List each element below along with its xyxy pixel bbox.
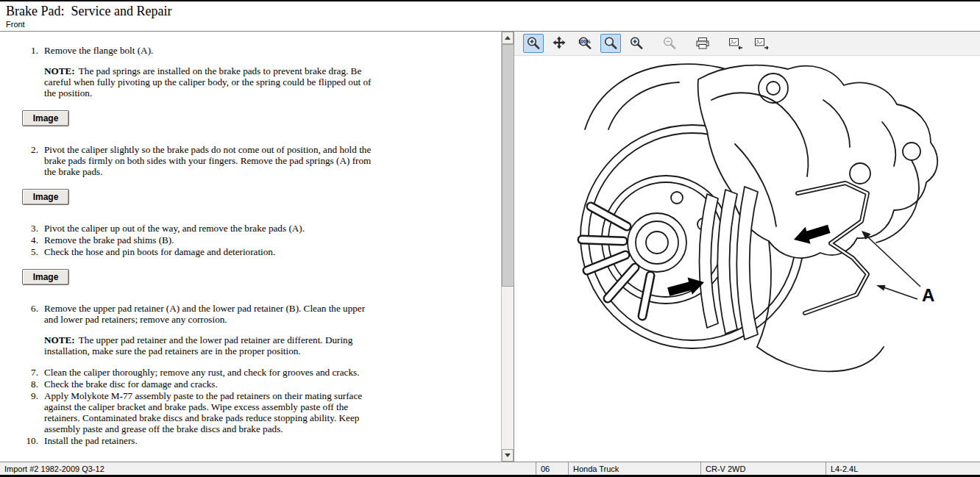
print-button[interactable] <box>692 34 713 53</box>
note-text: The upper pad retainer and the lower pad… <box>44 334 352 356</box>
zoom-in-button[interactable] <box>626 34 647 53</box>
step-text: Apply Molykote M-77 assembly paste to th… <box>44 390 374 434</box>
procedure-step: 3. Pivot the caliper up out of the way, … <box>0 223 501 234</box>
page-title: Brake Pad: Service and Repair <box>6 4 974 19</box>
status-model: CR-V 2WD <box>700 462 825 475</box>
step-number: 8. <box>0 379 38 390</box>
step-text: Check the brake disc for damage and crac… <box>44 379 374 390</box>
procedure-step: 2. Pivot the caliper slightly so the bra… <box>0 144 501 177</box>
triangle-up-icon <box>505 36 511 40</box>
illustration-panel: 100% <box>514 32 980 462</box>
step-text: Clean the caliper thoroughly; remove any… <box>44 367 374 378</box>
image-toolbar: 100% <box>514 32 980 56</box>
procedure-step: 6. Remove the upper pad retainer (A) and… <box>0 303 501 325</box>
pan-button[interactable] <box>549 34 569 53</box>
magnifier-100-icon: 100% <box>577 35 593 51</box>
note-paragraph: NOTE:The pad springs are installed on th… <box>44 65 374 98</box>
callout-label-a: A <box>922 285 934 305</box>
magnifier-minus-icon <box>661 35 678 51</box>
zoom-100-button[interactable]: 100% <box>575 34 595 53</box>
step-number: 10. <box>0 435 38 446</box>
note-text: The pad springs are installed on the bra… <box>44 65 371 98</box>
magnifier-icon <box>603 35 619 51</box>
status-engine: L4-2.4L <box>825 462 980 475</box>
svg-text:100%: 100% <box>578 39 591 44</box>
zoom-window-button[interactable] <box>523 34 544 53</box>
image-prev-icon <box>728 35 744 51</box>
magnifier-plus-icon <box>628 35 645 51</box>
procedure-content: 1. Remove the flange bolt (A). NOTE:The … <box>0 32 501 462</box>
procedure-step: 10. Install the pad retainers. <box>0 435 501 446</box>
step-text: Remove the brake pad shims (B). <box>44 234 374 245</box>
procedure-step: 8. Check the brake disc for damage and c… <box>0 379 501 390</box>
main-split: 1. Remove the flange bolt (A). NOTE:The … <box>0 31 980 462</box>
scrollbar-thumb[interactable] <box>502 44 514 287</box>
brake-assembly-diagram: A <box>514 56 980 462</box>
vertical-scrollbar[interactable] <box>501 32 514 462</box>
step-number: 5. <box>0 246 38 257</box>
note-label: NOTE: <box>44 65 75 76</box>
page-subtitle: Front <box>6 20 974 29</box>
next-image-button[interactable] <box>751 34 772 53</box>
step-text: Remove the flange bolt (A). <box>44 45 374 56</box>
procedure-step: 7. Clean the caliper thoroughly; remove … <box>0 367 501 378</box>
note-paragraph: NOTE:The upper pad retainer and the lowe… <box>44 334 374 356</box>
procedure-step: 9. Apply Molykote M-77 assembly paste to… <box>0 390 501 434</box>
app-window: Brake Pad: Service and Repair Front 1. R… <box>0 0 980 477</box>
illustration-canvas[interactable]: A <box>514 56 980 462</box>
step-number: 3. <box>0 223 38 234</box>
step-number: 6. <box>0 303 38 325</box>
step-text: Pivot the caliper up out of the way, and… <box>44 223 374 234</box>
step-number: 7. <box>0 367 38 378</box>
step-text: Check the hose and pin boots for damage … <box>44 246 374 257</box>
scroll-down-button[interactable] <box>502 449 514 462</box>
procedure-step: 4. Remove the brake pad shims (B). <box>0 234 501 245</box>
step-number: 4. <box>0 234 38 245</box>
callout-arrows <box>867 236 920 299</box>
magnifier-plus-icon <box>525 35 542 51</box>
procedure-panel: 1. Remove the flange bolt (A). NOTE:The … <box>0 32 514 462</box>
header: Brake Pad: Service and Repair Front <box>0 1 980 31</box>
image-button[interactable]: Image <box>22 189 69 205</box>
step-text: Remove the upper pad retainer (A) and th… <box>44 303 374 325</box>
procedure-step: 1. Remove the flange bolt (A). <box>0 45 501 56</box>
status-import-info: Import #2 1982-2009 Q3-12 <box>0 462 536 475</box>
scrollbar-track[interactable] <box>502 44 514 449</box>
zoom-out-button <box>659 34 680 53</box>
status-year: 06 <box>536 462 568 475</box>
procedure-step: 5. Check the hose and pin boots for dama… <box>0 246 501 257</box>
scroll-up-button[interactable] <box>502 32 514 44</box>
step-text: Install the pad retainers. <box>44 435 374 446</box>
zoom-dynamic-button[interactable] <box>600 34 621 53</box>
step-number: 2. <box>0 144 38 177</box>
triangle-down-icon <box>505 453 511 457</box>
note-label: NOTE: <box>44 334 75 345</box>
image-next-icon <box>753 35 770 51</box>
image-button[interactable]: Image <box>22 110 69 126</box>
step-text: Pivot the caliper slightly so the brake … <box>44 144 374 177</box>
step-number: 9. <box>0 390 38 434</box>
status-make: Honda Truck <box>568 462 700 475</box>
status-bar: Import #2 1982-2009 Q3-12 06 Honda Truck… <box>0 462 980 475</box>
previous-image-button[interactable] <box>725 34 746 53</box>
four-way-arrow-icon <box>551 35 567 51</box>
printer-icon <box>695 35 711 51</box>
image-button[interactable]: Image <box>22 269 69 285</box>
step-number: 1. <box>0 45 38 56</box>
